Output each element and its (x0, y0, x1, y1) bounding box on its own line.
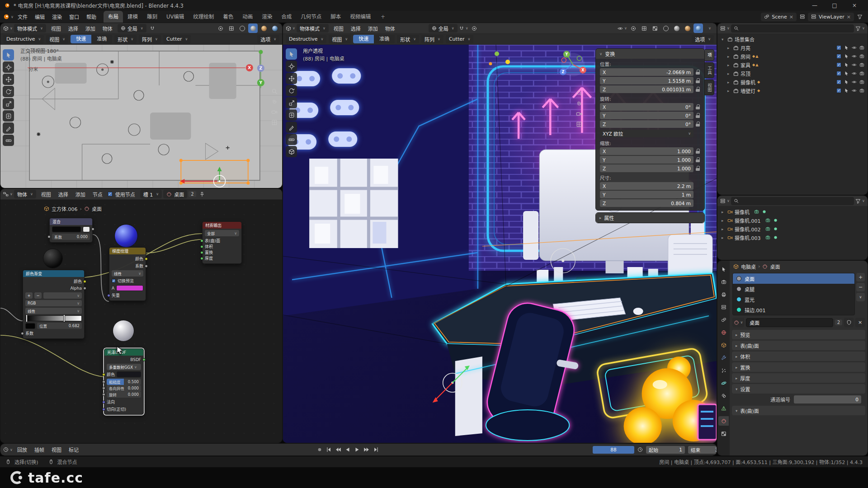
location-field[interactable]: X-2.0669 m (600, 68, 693, 76)
menu-item[interactable]: 帮助 (83, 13, 100, 20)
workspace-tab[interactable]: 渲染 (257, 11, 277, 23)
add-slot-button[interactable]: + (856, 273, 865, 282)
dimension-field[interactable]: Y1 m (600, 191, 693, 198)
destructive-dropdown[interactable]: Destructive∨ (3, 35, 44, 43)
exclude-checkbox[interactable]: ✓ (836, 80, 841, 84)
material-slot[interactable]: 桌腿 (733, 284, 854, 294)
viewlayer-add-button[interactable] (855, 12, 864, 22)
breadcrumb-material[interactable]: 桌面 (770, 263, 780, 270)
expand-icon[interactable]: ▸ (727, 71, 731, 76)
menu-item[interactable]: 视图 (38, 191, 55, 198)
color-swatch[interactable] (52, 226, 81, 232)
annotate-tool[interactable] (3, 122, 14, 134)
menu-item[interactable]: 添加 (72, 191, 89, 198)
camera-row[interactable]: ▸ 摄像机 (717, 207, 868, 216)
node-header[interactable]: 颜色渐变 (23, 270, 84, 277)
hide-eye-icon[interactable] (852, 80, 857, 84)
menu-item[interactable]: 插帧 (31, 446, 48, 453)
menu-item[interactable]: 文件 (14, 13, 31, 20)
menu-item[interactable]: 添加 (364, 25, 382, 32)
toggle-ortho-icon[interactable] (271, 119, 278, 126)
expand-icon[interactable]: ▾ (722, 37, 726, 42)
measure-tool[interactable] (3, 135, 14, 146)
material-slot[interactable]: 描边.001 (733, 305, 854, 315)
viewport-top-canvas[interactable]: X Z Y 正交顶视图 180° (88) 房间 | 电脑桌 分米 (0, 45, 282, 188)
previous-keyframe-icon[interactable] (335, 446, 341, 453)
location-field[interactable]: Z0.001031 m (600, 85, 693, 93)
orientation-dropdown[interactable]: 全局∨ (429, 24, 458, 33)
workspace-tab[interactable]: 着色 (218, 11, 238, 23)
menu-item[interactable]: 选择 (65, 25, 82, 32)
transform-tool[interactable] (3, 110, 14, 122)
menu-item[interactable]: 添加 (82, 25, 99, 32)
node-glossy-bsdf[interactable]: 光泽BSDF BSDF 多重散射GGX∨ 颜色 粗糙度0.500 各向异性0.0… (104, 348, 144, 415)
scale-tool[interactable] (286, 97, 297, 108)
workspace-tab[interactable]: 脚本 (326, 11, 345, 23)
speed-toggle[interactable]: 快速准确 (353, 35, 395, 43)
tab-tool[interactable] (718, 264, 729, 274)
mode-dropdown[interactable]: 物体模式∨ (297, 24, 329, 33)
output-target-dropdown[interactable]: 全部∨ (205, 230, 239, 236)
material-users-count[interactable]: 2 (189, 191, 196, 197)
use-nodes-checkbox[interactable]: ✓ (108, 192, 113, 197)
panel-section[interactable]: ▸体积 (732, 352, 865, 361)
editor-type-button[interactable]: ∨ (286, 23, 295, 33)
exclude-checkbox[interactable]: ✓ (836, 54, 841, 59)
jump-to-end-icon[interactable] (373, 446, 379, 453)
input-socket[interactable] (102, 387, 105, 390)
item-panel-header[interactable]: ▸属性 (596, 213, 704, 223)
play-reverse-icon[interactable] (344, 446, 351, 453)
factor-slider[interactable]: 系数0.000 (52, 234, 90, 240)
shading-wireframe-button[interactable] (237, 23, 247, 33)
ramp-stop[interactable] (64, 315, 65, 322)
menu-item[interactable]: 物体 (99, 25, 116, 32)
shading-solid-button[interactable] (248, 23, 258, 33)
shading-options-dropdown[interactable]: ∨ (704, 23, 714, 33)
node-color-ramp[interactable]: 颜色渐变 颜色 Alpha + − ∨ RGB∨ 线性∨ 位置0.682 系数 (23, 270, 85, 339)
menu-item[interactable]: 编辑 (31, 13, 48, 20)
shading-wireframe-button[interactable] (661, 23, 670, 33)
editor-type-button[interactable]: ∨ (720, 23, 730, 33)
render-visibility-icon[interactable] (859, 88, 864, 93)
add-primitive-tool[interactable] (286, 146, 297, 157)
pin-button[interactable] (198, 189, 207, 199)
object-visibility-dropdown[interactable]: ∨ (618, 23, 627, 33)
camera-row[interactable]: ▸ 摄像机.003 (717, 233, 868, 242)
mode-dropdown[interactable]: 物体模式∨ (14, 24, 46, 33)
color-ramp-gradient[interactable] (25, 315, 82, 321)
hide-eye-icon[interactable] (852, 88, 857, 93)
exclude-checkbox[interactable]: ✓ (836, 45, 841, 50)
snap-toggle[interactable]: ∨ (459, 23, 468, 33)
zoom-icon[interactable] (576, 90, 582, 96)
selectable-icon[interactable] (844, 80, 849, 84)
scene-selector[interactable]: Scene × (761, 13, 797, 21)
transform-panel-header[interactable]: ∨变换 (596, 49, 704, 59)
rotation-mode-dropdown[interactable]: XYZ 欧拉∨ (600, 130, 693, 137)
menu-item[interactable]: 选择 (347, 25, 364, 32)
tab-output[interactable] (718, 290, 729, 299)
slot-specials-dropdown[interactable]: ∨ (856, 293, 865, 301)
lock-icon[interactable] (696, 166, 700, 171)
workspace-tab[interactable]: 雕刻 (142, 11, 162, 23)
lock-icon[interactable] (696, 104, 700, 110)
outliner-search[interactable] (731, 197, 854, 205)
camera-view-icon[interactable] (576, 111, 582, 117)
output-socket[interactable] (83, 287, 86, 290)
menu-item[interactable]: 渲染 (48, 13, 66, 20)
menu-item[interactable]: 节点 (89, 191, 106, 198)
collection-row[interactable]: ▸ 月亮 ✓ (717, 43, 868, 52)
lock-icon[interactable] (696, 87, 700, 92)
measure-tool[interactable] (286, 134, 297, 145)
input-socket[interactable] (21, 332, 24, 335)
exclude-checkbox[interactable]: ✓ (836, 71, 841, 76)
snap-toggle[interactable] (148, 23, 157, 33)
panel-section[interactable]: ▸厚度 (732, 373, 865, 383)
render-visibility-icon[interactable] (859, 54, 864, 59)
material-name-field[interactable]: 桌面 (746, 318, 833, 327)
filter-button[interactable]: ∨ (855, 23, 865, 33)
surface-section[interactable]: ▾表(曲)面 (732, 406, 865, 415)
orientation-dropdown[interactable]: 全局∨ (118, 24, 146, 33)
collection-row[interactable]: ▸ 家具 ◆▲ ✓ (717, 61, 868, 69)
panel-section[interactable]: ▸预览 (732, 330, 865, 339)
shape-dropdown[interactable]: 形状∨ (114, 35, 137, 43)
